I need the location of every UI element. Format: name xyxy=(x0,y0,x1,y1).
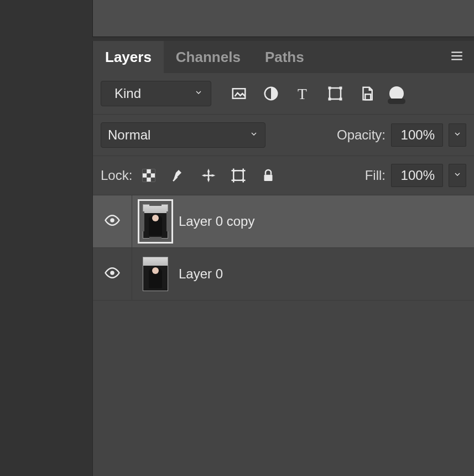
fill-dropdown[interactable] xyxy=(449,164,466,187)
chevron-down-icon xyxy=(453,130,462,141)
svg-rect-13 xyxy=(365,94,371,100)
chevron-down-icon xyxy=(453,170,462,181)
filter-row: Kind T xyxy=(93,73,474,115)
filter-pixel-icon[interactable] xyxy=(229,84,249,104)
filter-toggle[interactable] xyxy=(389,86,404,101)
filter-type-label: Kind xyxy=(114,86,189,101)
eye-icon xyxy=(104,212,121,231)
lock-label: Lock: xyxy=(101,168,132,183)
svg-rect-27 xyxy=(234,170,244,180)
svg-rect-10 xyxy=(340,87,342,90)
panel-tabs: Layers Channels Paths xyxy=(93,41,474,73)
layer-thumbnail[interactable] xyxy=(132,195,179,247)
svg-rect-18 xyxy=(143,178,147,182)
layer-thumbnail[interactable] xyxy=(132,248,179,300)
eye-icon xyxy=(104,265,121,283)
canvas-area xyxy=(92,0,474,37)
lock-artboard-icon[interactable] xyxy=(227,164,249,187)
lock-row: Lock: Fill: 100% xyxy=(93,156,474,195)
svg-rect-36 xyxy=(264,175,273,181)
hamburger-icon xyxy=(450,49,464,65)
svg-rect-16 xyxy=(151,169,155,174)
visibility-toggle[interactable] xyxy=(93,195,132,247)
filter-icons: T xyxy=(229,84,404,104)
blend-row: Normal Opacity: 100% xyxy=(93,115,474,156)
blend-mode-dropdown[interactable]: Normal xyxy=(101,122,265,148)
tab-channels[interactable]: Channels xyxy=(164,41,253,73)
filter-smartobject-icon[interactable] xyxy=(357,84,377,104)
opacity-dropdown[interactable] xyxy=(449,123,466,147)
svg-rect-17 xyxy=(147,173,152,178)
svg-rect-8 xyxy=(330,88,341,99)
filter-shape-icon[interactable] xyxy=(325,84,345,104)
lock-all-icon[interactable] xyxy=(257,164,279,187)
svg-rect-15 xyxy=(143,169,147,174)
filter-adjustment-icon[interactable] xyxy=(261,84,281,104)
filter-type-layer-icon[interactable]: T xyxy=(293,84,313,104)
blend-mode-value: Normal xyxy=(108,127,244,143)
svg-rect-12 xyxy=(340,98,342,101)
svg-rect-9 xyxy=(329,87,331,90)
layer-row[interactable]: Layer 0 xyxy=(93,248,474,301)
opacity-value[interactable]: 100% xyxy=(391,123,443,147)
layer-name[interactable]: Layer 0 copy xyxy=(179,214,474,229)
tab-layers[interactable]: Layers xyxy=(93,41,164,73)
layers-list: Layer 0 copy Layer 0 xyxy=(93,195,474,301)
svg-rect-11 xyxy=(329,98,331,101)
fill-label: Fill: xyxy=(365,168,386,183)
chevron-down-icon xyxy=(194,88,203,99)
visibility-toggle[interactable] xyxy=(93,248,132,300)
chevron-down-icon xyxy=(249,130,258,141)
layer-name[interactable]: Layer 0 xyxy=(179,266,474,282)
opacity-label: Opacity: xyxy=(337,127,386,143)
layers-panel: Layers Channels Paths Kind xyxy=(92,41,474,476)
tab-paths[interactable]: Paths xyxy=(253,41,316,73)
panel-menu-button[interactable] xyxy=(440,41,474,73)
lock-position-icon[interactable] xyxy=(197,164,220,187)
lock-pixels-icon[interactable] xyxy=(168,164,190,187)
fill-value[interactable]: 100% xyxy=(391,164,443,187)
lock-transparency-icon[interactable] xyxy=(138,164,160,187)
svg-point-37 xyxy=(110,218,114,223)
svg-rect-19 xyxy=(151,178,155,182)
svg-text:T: T xyxy=(298,85,307,102)
filter-type-dropdown[interactable]: Kind xyxy=(101,81,211,106)
svg-point-38 xyxy=(110,271,114,275)
layer-row[interactable]: Layer 0 copy xyxy=(93,195,474,248)
lock-icons xyxy=(138,164,279,187)
